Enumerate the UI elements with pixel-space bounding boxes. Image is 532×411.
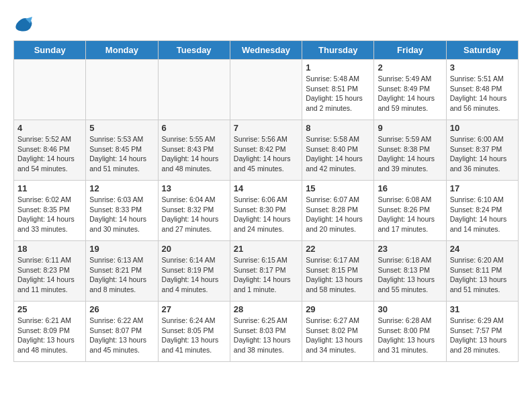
header-cell-thursday: Thursday — [302, 41, 374, 60]
calendar-cell: 30Sunrise: 6:28 AM Sunset: 8:00 PM Dayli… — [374, 302, 446, 362]
calendar-cell: 19Sunrise: 6:13 AM Sunset: 8:21 PM Dayli… — [86, 241, 158, 302]
week-row-3: 11Sunrise: 6:02 AM Sunset: 8:35 PM Dayli… — [14, 181, 519, 241]
day-number: 31 — [450, 304, 515, 314]
day-info: Sunrise: 6:03 AM Sunset: 8:33 PM Dayligh… — [89, 195, 154, 234]
day-number: 18 — [17, 244, 82, 254]
day-info: Sunrise: 6:21 AM Sunset: 8:09 PM Dayligh… — [17, 316, 82, 355]
day-info: Sunrise: 5:56 AM Sunset: 8:42 PM Dayligh… — [234, 134, 298, 174]
logo-icon — [13, 13, 34, 34]
day-number: 16 — [378, 183, 442, 193]
day-number: 22 — [306, 244, 370, 254]
day-info: Sunrise: 5:48 AM Sunset: 8:51 PM Dayligh… — [306, 74, 370, 113]
week-row-4: 18Sunrise: 6:11 AM Sunset: 8:23 PM Dayli… — [14, 241, 519, 302]
calendar-cell: 14Sunrise: 6:06 AM Sunset: 8:30 PM Dayli… — [230, 181, 302, 241]
day-number: 20 — [162, 244, 226, 254]
day-info: Sunrise: 6:14 AM Sunset: 8:19 PM Dayligh… — [162, 255, 226, 295]
header-cell-friday: Friday — [374, 41, 446, 60]
day-number: 29 — [306, 304, 370, 314]
day-number: 6 — [162, 123, 226, 133]
day-number: 23 — [378, 244, 442, 254]
day-info: Sunrise: 5:55 AM Sunset: 8:43 PM Dayligh… — [162, 134, 226, 174]
header-cell-wednesday: Wednesday — [230, 41, 302, 60]
day-number: 8 — [306, 123, 370, 133]
calendar-cell: 24Sunrise: 6:20 AM Sunset: 8:11 PM Dayli… — [446, 241, 518, 302]
day-number: 14 — [234, 183, 298, 193]
week-row-5: 25Sunrise: 6:21 AM Sunset: 8:09 PM Dayli… — [14, 302, 519, 362]
day-number: 13 — [162, 183, 226, 193]
calendar-cell: 27Sunrise: 6:24 AM Sunset: 8:05 PM Dayli… — [158, 302, 230, 362]
day-number: 17 — [450, 183, 515, 193]
calendar-cell: 3Sunrise: 5:51 AM Sunset: 8:48 PM Daylig… — [446, 60, 518, 120]
header-row: SundayMondayTuesdayWednesdayThursdayFrid… — [14, 41, 519, 60]
calendar-cell: 5Sunrise: 5:53 AM Sunset: 8:45 PM Daylig… — [86, 120, 158, 181]
day-number: 30 — [378, 304, 442, 314]
header-cell-sunday: Sunday — [14, 41, 86, 60]
calendar-cell: 17Sunrise: 6:10 AM Sunset: 8:24 PM Dayli… — [446, 181, 518, 241]
day-info: Sunrise: 6:11 AM Sunset: 8:23 PM Dayligh… — [17, 255, 82, 295]
day-number: 7 — [234, 123, 298, 133]
day-number: 27 — [162, 304, 226, 314]
day-info: Sunrise: 6:00 AM Sunset: 8:37 PM Dayligh… — [450, 134, 515, 174]
day-info: Sunrise: 6:08 AM Sunset: 8:26 PM Dayligh… — [378, 195, 442, 234]
page-header — [13, 13, 519, 34]
calendar-cell: 15Sunrise: 6:07 AM Sunset: 8:28 PM Dayli… — [302, 181, 374, 241]
day-number: 19 — [89, 244, 154, 254]
day-info: Sunrise: 6:20 AM Sunset: 8:11 PM Dayligh… — [450, 255, 515, 295]
day-number: 5 — [89, 123, 154, 133]
day-info: Sunrise: 5:51 AM Sunset: 8:48 PM Dayligh… — [450, 74, 515, 113]
day-number: 9 — [378, 123, 442, 133]
day-info: Sunrise: 6:29 AM Sunset: 7:57 PM Dayligh… — [450, 316, 515, 355]
calendar-cell — [86, 60, 158, 120]
calendar-cell: 21Sunrise: 6:15 AM Sunset: 8:17 PM Dayli… — [230, 241, 302, 302]
calendar-cell: 2Sunrise: 5:49 AM Sunset: 8:49 PM Daylig… — [374, 60, 446, 120]
day-info: Sunrise: 6:13 AM Sunset: 8:21 PM Dayligh… — [89, 255, 154, 295]
day-info: Sunrise: 5:59 AM Sunset: 8:38 PM Dayligh… — [378, 134, 442, 174]
day-info: Sunrise: 6:10 AM Sunset: 8:24 PM Dayligh… — [450, 195, 515, 234]
day-info: Sunrise: 6:02 AM Sunset: 8:35 PM Dayligh… — [17, 195, 82, 234]
day-info: Sunrise: 6:22 AM Sunset: 8:07 PM Dayligh… — [89, 316, 154, 355]
calendar-cell: 9Sunrise: 5:59 AM Sunset: 8:38 PM Daylig… — [374, 120, 446, 181]
day-number: 12 — [89, 183, 154, 193]
calendar-cell: 23Sunrise: 6:18 AM Sunset: 8:13 PM Dayli… — [374, 241, 446, 302]
calendar-table: SundayMondayTuesdayWednesdayThursdayFrid… — [13, 40, 519, 362]
day-info: Sunrise: 6:07 AM Sunset: 8:28 PM Dayligh… — [306, 195, 370, 234]
calendar-cell — [230, 60, 302, 120]
calendar-cell: 8Sunrise: 5:58 AM Sunset: 8:40 PM Daylig… — [302, 120, 374, 181]
header-cell-tuesday: Tuesday — [158, 41, 230, 60]
calendar-cell: 4Sunrise: 5:52 AM Sunset: 8:46 PM Daylig… — [14, 120, 86, 181]
day-number: 4 — [17, 123, 82, 133]
day-info: Sunrise: 6:04 AM Sunset: 8:32 PM Dayligh… — [162, 195, 226, 234]
calendar-cell — [14, 60, 86, 120]
logo — [13, 13, 36, 34]
day-info: Sunrise: 6:27 AM Sunset: 8:02 PM Dayligh… — [306, 316, 370, 355]
day-number: 21 — [234, 244, 298, 254]
day-info: Sunrise: 6:15 AM Sunset: 8:17 PM Dayligh… — [234, 255, 298, 295]
calendar-cell: 31Sunrise: 6:29 AM Sunset: 7:57 PM Dayli… — [446, 302, 518, 362]
calendar-cell: 10Sunrise: 6:00 AM Sunset: 8:37 PM Dayli… — [446, 120, 518, 181]
calendar-cell: 18Sunrise: 6:11 AM Sunset: 8:23 PM Dayli… — [14, 241, 86, 302]
day-info: Sunrise: 5:58 AM Sunset: 8:40 PM Dayligh… — [306, 134, 370, 174]
day-info: Sunrise: 6:06 AM Sunset: 8:30 PM Dayligh… — [234, 195, 298, 234]
header-cell-monday: Monday — [86, 41, 158, 60]
day-info: Sunrise: 6:24 AM Sunset: 8:05 PM Dayligh… — [162, 316, 226, 355]
day-number: 15 — [306, 183, 370, 193]
calendar-cell: 26Sunrise: 6:22 AM Sunset: 8:07 PM Dayli… — [86, 302, 158, 362]
day-number: 11 — [17, 183, 82, 193]
week-row-2: 4Sunrise: 5:52 AM Sunset: 8:46 PM Daylig… — [14, 120, 519, 181]
day-info: Sunrise: 6:18 AM Sunset: 8:13 PM Dayligh… — [378, 255, 442, 295]
day-info: Sunrise: 5:52 AM Sunset: 8:46 PM Dayligh… — [17, 134, 82, 174]
calendar-header: SundayMondayTuesdayWednesdayThursdayFrid… — [14, 41, 519, 60]
calendar-cell: 25Sunrise: 6:21 AM Sunset: 8:09 PM Dayli… — [14, 302, 86, 362]
calendar-cell: 29Sunrise: 6:27 AM Sunset: 8:02 PM Dayli… — [302, 302, 374, 362]
calendar-cell: 22Sunrise: 6:17 AM Sunset: 8:15 PM Dayli… — [302, 241, 374, 302]
day-info: Sunrise: 6:28 AM Sunset: 8:00 PM Dayligh… — [378, 316, 442, 355]
calendar-body: 1Sunrise: 5:48 AM Sunset: 8:51 PM Daylig… — [14, 60, 519, 362]
header-cell-saturday: Saturday — [446, 41, 518, 60]
day-number: 1 — [306, 62, 370, 73]
calendar-cell: 20Sunrise: 6:14 AM Sunset: 8:19 PM Dayli… — [158, 241, 230, 302]
day-info: Sunrise: 6:25 AM Sunset: 8:03 PM Dayligh… — [234, 316, 298, 355]
day-number: 2 — [378, 62, 442, 73]
day-number: 10 — [450, 123, 515, 133]
day-info: Sunrise: 5:49 AM Sunset: 8:49 PM Dayligh… — [378, 74, 442, 113]
calendar-cell: 6Sunrise: 5:55 AM Sunset: 8:43 PM Daylig… — [158, 120, 230, 181]
